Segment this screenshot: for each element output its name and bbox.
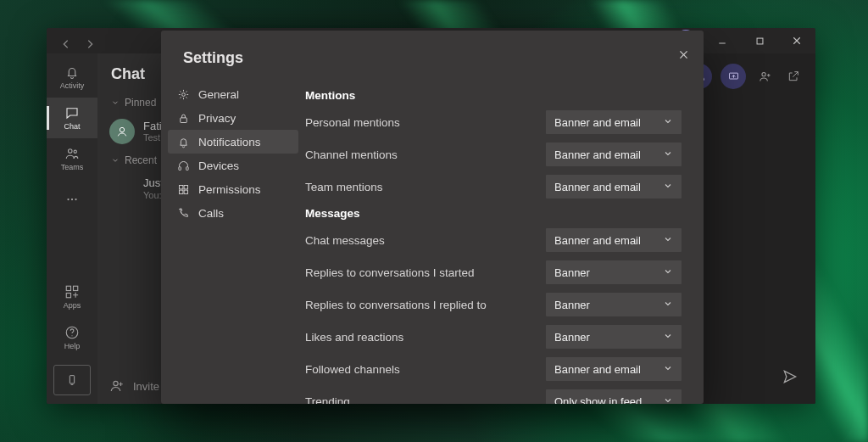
- history-nav: [57, 35, 99, 53]
- settings-nav-privacy[interactable]: Privacy: [168, 106, 298, 130]
- nav-label: General: [198, 88, 239, 101]
- rail-item-more[interactable]: [47, 179, 97, 220]
- chevron-down-icon: [663, 181, 673, 193]
- setting-label: Chat messages: [305, 234, 546, 247]
- nav-back-button[interactable]: [57, 35, 75, 53]
- svg-rect-27: [179, 185, 182, 188]
- setting-label: Likes and reactions: [305, 331, 546, 344]
- setting-row-trending: Trending Only show in feed: [305, 389, 682, 404]
- svg-rect-28: [184, 185, 187, 188]
- close-icon: [678, 49, 689, 60]
- dropdown-replies-started[interactable]: Banner: [546, 260, 682, 284]
- close-button[interactable]: [671, 42, 695, 66]
- rail-label: Help: [64, 342, 81, 350]
- chat-icon: [64, 105, 80, 120]
- grid-icon: [176, 182, 190, 196]
- dropdown-trending[interactable]: Only show in feed: [546, 389, 682, 404]
- setting-label: Trending: [305, 395, 546, 405]
- dropdown-replies-replied[interactable]: Banner: [546, 293, 682, 316]
- chevron-down-icon: [663, 331, 673, 344]
- window-close-button[interactable]: [778, 28, 815, 53]
- nav-forward-button[interactable]: [81, 35, 99, 53]
- rail-device-button[interactable]: [53, 365, 91, 395]
- svg-rect-25: [178, 166, 181, 170]
- setting-label: Personal mentions: [305, 116, 546, 129]
- settings-nav-general[interactable]: General: [168, 82, 298, 106]
- dropdown-chat-messages[interactable]: Banner and email: [546, 228, 682, 252]
- headset-icon: [176, 159, 190, 172]
- settings-title: Settings: [161, 31, 704, 79]
- dropdown-value: Banner and email: [554, 181, 641, 193]
- chevron-down-icon: [663, 116, 673, 129]
- help-icon: [64, 325, 80, 340]
- settings-nav-notifications[interactable]: Notifications: [168, 130, 298, 154]
- rail-label: Apps: [64, 301, 81, 310]
- setting-row-personal-mentions: Personal mentions Banner and email: [305, 110, 682, 134]
- setting-label: Channel mentions: [305, 148, 546, 161]
- dropdown-channel-mentions[interactable]: Banner and email: [546, 143, 682, 166]
- popout-button[interactable]: [783, 66, 804, 87]
- section-messages-title: Messages: [305, 207, 682, 220]
- dropdown-likes-reactions[interactable]: Banner: [546, 325, 682, 349]
- settings-nav-devices[interactable]: Devices: [168, 154, 298, 177]
- svg-rect-30: [184, 190, 187, 193]
- svg-rect-14: [70, 376, 74, 383]
- svg-rect-11: [66, 294, 70, 298]
- settings-nav-permissions[interactable]: Permissions: [168, 177, 298, 201]
- dropdown-value: Banner and email: [554, 234, 641, 247]
- rail-label: Teams: [61, 163, 84, 171]
- svg-point-13: [71, 335, 72, 336]
- rail-item-apps[interactable]: Apps: [47, 277, 97, 317]
- rail-item-chat[interactable]: Chat: [47, 98, 97, 138]
- setting-row-likes-reactions: Likes and reactions Banner: [305, 325, 682, 349]
- window-minimize-button[interactable]: [704, 28, 741, 53]
- send-button[interactable]: [782, 368, 798, 389]
- add-people-button[interactable]: [754, 66, 775, 87]
- rail-label: Chat: [64, 122, 80, 131]
- setting-row-replies-started: Replies to conversations I started Banne…: [305, 260, 682, 284]
- svg-point-23: [181, 92, 185, 96]
- dropdown-personal-mentions[interactable]: Banner and email: [546, 110, 682, 134]
- setting-label: Followed channels: [305, 363, 546, 376]
- chevron-down-icon: [663, 234, 673, 247]
- setting-label: Replies to conversations I started: [305, 266, 546, 279]
- settings-nav-calls[interactable]: Calls: [168, 201, 298, 225]
- dropdown-team-mentions[interactable]: Banner and email: [546, 175, 682, 199]
- setting-label: Team mentions: [305, 181, 546, 193]
- setting-row-team-mentions: Team mentions Banner and email: [305, 175, 682, 199]
- svg-point-4: [69, 149, 73, 154]
- dropdown-value: Banner and email: [554, 363, 641, 376]
- nav-label: Notifications: [198, 136, 261, 148]
- dropdown-value: Banner and email: [554, 116, 641, 129]
- rail-item-activity[interactable]: Activity: [47, 57, 97, 98]
- nav-label: Devices: [198, 159, 239, 172]
- window-maximize-button[interactable]: [741, 28, 778, 53]
- nav-label: Permissions: [198, 183, 261, 196]
- rail-item-help[interactable]: Help: [47, 317, 97, 358]
- nav-label: Privacy: [198, 112, 236, 125]
- svg-rect-1: [757, 38, 763, 44]
- bell-icon: [64, 64, 80, 80]
- lock-icon: [176, 111, 190, 125]
- chevron-down-icon: [663, 266, 673, 279]
- section-mentions-title: Mentions: [305, 89, 682, 102]
- svg-point-5: [74, 150, 76, 153]
- invite-icon: [109, 378, 125, 394]
- svg-rect-26: [186, 166, 188, 170]
- dropdown-value: Banner and email: [554, 148, 641, 161]
- teams-icon: [64, 146, 80, 161]
- chevron-down-icon: [663, 395, 673, 405]
- settings-content: Mentions Personal mentions Banner and em…: [305, 79, 704, 404]
- more-icon: [64, 192, 80, 207]
- svg-point-17: [114, 381, 118, 385]
- screen-share-button[interactable]: [721, 64, 746, 89]
- chevron-down-icon: [663, 299, 673, 311]
- svg-point-8: [75, 199, 76, 200]
- rail-item-teams[interactable]: Teams: [47, 138, 97, 179]
- nav-label: Calls: [198, 207, 224, 220]
- chevron-down-icon: [663, 363, 673, 376]
- chevron-down-icon: [111, 98, 120, 107]
- setting-label: Replies to conversations I replied to: [305, 299, 546, 311]
- dropdown-followed-channels[interactable]: Banner and email: [546, 357, 682, 381]
- setting-row-followed-channels: Followed channels Banner and email: [305, 357, 682, 381]
